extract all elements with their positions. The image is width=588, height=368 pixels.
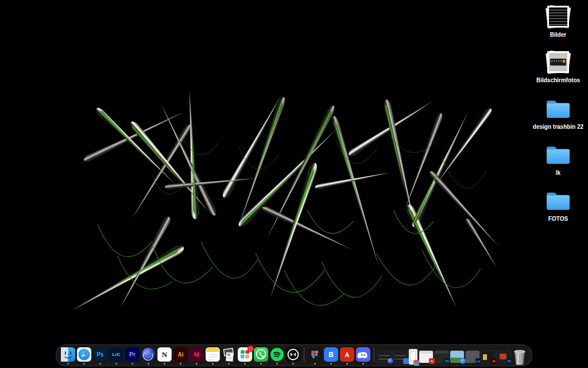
desktop-icon-label: FOTOS: [548, 216, 568, 222]
running-indicator: [212, 363, 214, 365]
running-indicator: [314, 363, 316, 365]
finder-icon: [61, 347, 75, 362]
folder-icon: [546, 190, 571, 211]
desktop-icon-bilder[interactable]: Bilder: [532, 3, 585, 38]
circle-x-logo-icon: [286, 347, 300, 362]
running-indicator: [131, 363, 133, 365]
blue-docs-letter: B: [328, 351, 334, 359]
minimized-window-dark-document[interactable]: [393, 351, 407, 363]
dock-app-slack[interactable]: [238, 347, 252, 365]
dock-app-acrobat[interactable]: A: [340, 347, 354, 365]
dock-app-notion[interactable]: N: [157, 347, 172, 365]
dock-app-figma[interactable]: [308, 347, 322, 365]
figma-badge-icon: [413, 360, 419, 366]
minimized-window-gray-photo[interactable]: LrC: [466, 351, 479, 363]
dock: Ps LrC Pr N: [56, 344, 532, 366]
dock-app-calendar[interactable]: [206, 347, 220, 365]
minimized-window-red-artboard[interactable]: Ps: [497, 351, 510, 363]
dock-app-spotify[interactable]: [270, 347, 284, 365]
safari-badge-icon: [460, 358, 466, 364]
dock-app-preview[interactable]: [222, 347, 236, 365]
notion-letter: N: [162, 350, 167, 359]
running-indicator: [260, 363, 262, 365]
preview-photos-icon: [222, 347, 236, 362]
folder-icon: [546, 98, 571, 119]
dock-separator: [304, 347, 304, 362]
illustrator-badge-icon: Ai: [491, 358, 497, 364]
photoshop-badge-icon: Ps: [506, 358, 512, 364]
photo-stack-icon: [547, 51, 570, 74]
photoshop-badge-icon: Ps: [444, 358, 450, 364]
running-indicator: [330, 363, 332, 365]
notification-badge: [247, 346, 254, 352]
acrobat-letter: A: [345, 351, 350, 358]
dock-app-circle-x[interactable]: [286, 347, 300, 365]
desktop-icon-label: Bildschirmfotos: [536, 77, 580, 83]
dock-app-finder[interactable]: [61, 347, 75, 365]
spotify-icon: [270, 347, 284, 362]
whatsapp-icon: [254, 347, 268, 362]
running-indicator: [292, 363, 294, 365]
lightroom-letters: LrC: [113, 352, 121, 357]
desktop: Bilder Bildschirmfotos design trashbin 2…: [0, 0, 588, 368]
photo-stack-icon: [547, 5, 570, 28]
running-indicator: [164, 363, 165, 365]
illustrator-letters: Ai: [178, 351, 184, 358]
finder-badge-icon: [403, 358, 409, 364]
safari-compass-icon: [77, 347, 91, 362]
dock-app-premiere-pro[interactable]: Pr: [125, 347, 140, 365]
dock-separator: [374, 347, 374, 362]
desktop-icon-lk[interactable]: lk: [532, 141, 585, 176]
premiere-letters: Pr: [129, 351, 136, 358]
figma-icon: [308, 347, 322, 362]
minimized-window-white-document[interactable]: A: [419, 351, 433, 363]
running-indicator: [99, 363, 101, 365]
running-indicator: [67, 363, 69, 365]
running-indicator: [244, 363, 246, 365]
photoshop-letters: Ps: [96, 351, 103, 358]
desktop-icon-label: Bilder: [550, 32, 566, 38]
folder-icon: [546, 144, 571, 165]
dock-app-safari[interactable]: [77, 347, 91, 365]
dock-app-discord[interactable]: [356, 347, 370, 365]
minimized-window-dark-document[interactable]: [378, 351, 392, 363]
minimized-window-landscape-photo[interactable]: [450, 351, 464, 363]
indesign-letters: Id: [194, 351, 199, 358]
desktop-icon-label: design trashbin 22: [533, 124, 583, 130]
dock-app-whatsapp[interactable]: [254, 347, 268, 365]
desktop-icon-bildschirmfotos[interactable]: Bildschirmfotos: [532, 49, 585, 83]
running-indicator: [148, 363, 149, 365]
minimized-window-yellow-artboard[interactable]: Ai: [481, 351, 495, 363]
wallpaper-thorn-artwork: [66, 78, 502, 325]
running-indicator: [228, 363, 230, 365]
dock-app-illustrator[interactable]: Ai: [173, 347, 188, 365]
desktop-icon-design-trashbin-22[interactable]: design trashbin 22: [532, 95, 585, 130]
discord-icon: [356, 347, 370, 362]
calendar-icon: [206, 347, 220, 362]
trash-icon[interactable]: [512, 348, 527, 365]
dock-app-lightroom-classic[interactable]: LrC: [109, 347, 123, 365]
acrobat-badge-icon: A: [429, 358, 435, 364]
dock-app-cinema-4d[interactable]: [141, 347, 156, 365]
cinema-4d-sphere-icon: [141, 347, 156, 362]
running-indicator: [362, 363, 364, 365]
lightroom-badge-icon: LrC: [475, 358, 481, 364]
minimized-window-dark-window[interactable]: Ps: [435, 351, 448, 363]
desktop-icon-fotos[interactable]: FOTOS: [532, 187, 585, 222]
cinema-4d-badge-icon: [388, 358, 393, 364]
running-indicator: [180, 363, 181, 365]
running-indicator: [83, 363, 85, 365]
running-indicator: [196, 363, 198, 365]
running-indicator: [276, 363, 278, 365]
dock-app-blue-docs[interactable]: B: [324, 347, 338, 365]
dock-app-photoshop[interactable]: Ps: [93, 347, 107, 365]
desktop-icon-label: lk: [556, 170, 560, 176]
dock-app-indesign[interactable]: Id: [189, 347, 204, 365]
running-indicator: [346, 363, 348, 365]
minimized-window-phone-mockup[interactable]: [409, 349, 417, 365]
running-indicator: [115, 363, 117, 365]
